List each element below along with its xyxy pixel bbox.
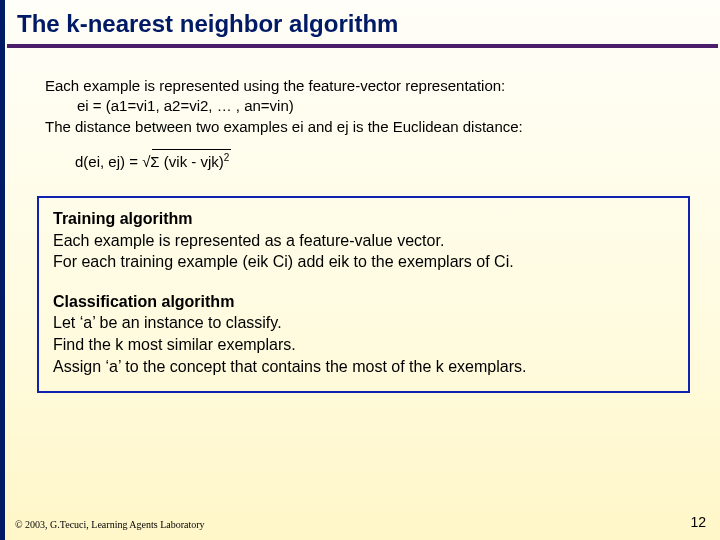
classification-line-2: Find the k most similar exemplars.	[53, 334, 674, 356]
slide-footer: © 2003, G.Tecuci, Learning Agents Labora…	[15, 514, 706, 530]
copyright-credit: © 2003, G.Tecuci, Learning Agents Labora…	[15, 519, 205, 530]
classification-heading: Classification algorithm	[53, 291, 674, 313]
algorithm-box: Training algorithm Each example is repre…	[37, 196, 690, 393]
training-heading: Training algorithm	[53, 208, 674, 230]
training-line-1: Each example is represented as a feature…	[53, 230, 674, 252]
training-line-2: For each training example (eik Ci) add e…	[53, 251, 674, 273]
radical-bar	[152, 149, 231, 150]
summation-body: Σ (vik - vjk)	[150, 153, 223, 170]
formula-lhs: d(ei, ej) =	[75, 153, 142, 170]
classification-line-3: Assign ‘a’ to the concept that contains …	[53, 356, 674, 378]
exponent: 2	[224, 152, 230, 163]
slide-content: Each example is represented using the fe…	[5, 48, 720, 393]
classification-line-1: Let ‘a’ be an instance to classify.	[53, 312, 674, 334]
section-gap	[53, 273, 674, 291]
distance-formula: d(ei, ej) = √Σ (vik - vjk)2	[45, 137, 690, 190]
intro-block: Each example is represented using the fe…	[45, 76, 690, 137]
page-number: 12	[690, 514, 706, 530]
intro-line-1: Each example is represented using the fe…	[45, 76, 690, 96]
square-root: √Σ (vik - vjk)2	[142, 151, 229, 172]
slide-title: The k-nearest neighbor algorithm	[5, 0, 720, 44]
intro-line-2: ei = (a1=vi1, a2=vi2, … , an=vin)	[45, 96, 690, 116]
intro-line-3: The distance between two examples ei and…	[45, 117, 690, 137]
